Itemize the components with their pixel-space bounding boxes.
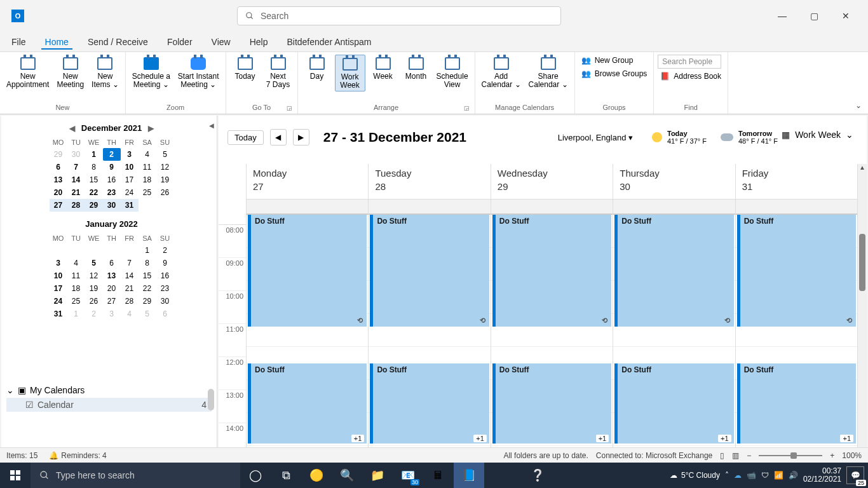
next-month-icon[interactable]: ▶ xyxy=(148,124,154,133)
mini-cal-day[interactable]: 2 xyxy=(156,244,174,257)
ribbon-next-days[interactable]: Next7 Days xyxy=(263,55,294,90)
mini-cal-day[interactable]: 1 xyxy=(85,148,103,161)
ribbon-collapse-chevron-icon[interactable]: ⌄ xyxy=(855,101,862,110)
weather-location[interactable]: Liverpool, England ▾ xyxy=(558,133,633,142)
ribbon-today[interactable]: Today xyxy=(230,55,261,82)
mini-cal-day[interactable]: 22 xyxy=(85,186,103,199)
mini-cal-day[interactable]: 29 xyxy=(50,148,67,161)
mini-cal-day[interactable]: 19 xyxy=(156,173,174,186)
dialog-launcher-icon[interactable]: ◲ xyxy=(287,105,292,111)
mini-cal-day[interactable]: 21 xyxy=(121,282,139,295)
ribbon-browse-groups[interactable]: 👥Browse Groups xyxy=(579,68,650,79)
mini-cal-day[interactable]: 4 xyxy=(139,148,156,161)
mini-cal-day[interactable]: 1 xyxy=(67,308,85,320)
mini-cal-day[interactable]: 29 xyxy=(85,199,103,212)
mini-cal-day[interactable]: 28 xyxy=(121,295,139,308)
calendar-event[interactable]: Do Stuff⟲ xyxy=(614,215,733,327)
mini-cal-day[interactable]: 12 xyxy=(85,269,103,282)
outlook-taskbar-icon[interactable]: 📘 xyxy=(454,463,484,488)
calendar-event[interactable]: Do Stuff+1 xyxy=(492,363,611,444)
mini-cal-day[interactable]: 5 xyxy=(85,257,103,269)
day-column[interactable]: Thursday30Do Stuff⟲Do Stuff+1 xyxy=(613,164,735,473)
ribbon-new-appointment[interactable]: NewAppointment xyxy=(4,55,51,90)
calendar-event[interactable]: Do Stuff⟲ xyxy=(737,215,856,327)
my-calendars-header[interactable]: ⌄ ▣ My Calendars xyxy=(6,383,212,398)
explorer-icon[interactable]: 📁 xyxy=(362,463,393,488)
mini-cal-day[interactable]: 17 xyxy=(50,282,67,295)
chrome-icon[interactable]: 🟡 xyxy=(301,463,332,488)
ribbon-work-week[interactable]: WorkWeek xyxy=(335,55,365,92)
menu-send-receive[interactable]: Send / Receive xyxy=(84,34,152,50)
more-events-badge[interactable]: +1 xyxy=(596,435,609,442)
zoom-in-icon[interactable]: + xyxy=(830,451,834,460)
calendar-event[interactable]: Do Stuff⟲ xyxy=(248,215,367,327)
ribbon-day[interactable]: Day xyxy=(302,55,332,82)
day-column[interactable]: Friday31Do Stuff⟲Do Stuff+1 xyxy=(736,164,858,473)
task-view-icon[interactable]: ⧉ xyxy=(271,463,301,488)
mini-cal-day[interactable]: 25 xyxy=(67,295,85,308)
help-icon[interactable]: ❔ xyxy=(522,463,553,488)
prev-week-button[interactable]: ◀ xyxy=(270,129,287,146)
menu-help[interactable]: Help xyxy=(246,34,272,50)
onedrive-icon[interactable]: ☁ xyxy=(734,471,742,480)
calendar-event[interactable]: Do Stuff+1 xyxy=(248,363,367,444)
cortana-icon[interactable]: ◯ xyxy=(240,463,271,488)
volume-icon[interactable]: 🔊 xyxy=(789,471,798,480)
ribbon-week[interactable]: Week xyxy=(368,55,398,82)
allday-row[interactable] xyxy=(369,200,490,215)
mini-cal-day[interactable]: 29 xyxy=(139,295,156,308)
menu-folder[interactable]: Folder xyxy=(163,34,196,50)
mini-cal-day[interactable]: 11 xyxy=(139,161,156,173)
menu-view[interactable]: View xyxy=(208,34,234,50)
ribbon-start-instant-meeting-[interactable]: Start InstantMeeting ⌄ xyxy=(175,55,222,90)
mini-cal-day[interactable]: 15 xyxy=(85,173,103,186)
mini-cal-day[interactable]: 23 xyxy=(103,186,121,199)
mail-taskbar-icon[interactable]: 📧30 xyxy=(393,463,423,488)
view-picker[interactable]: ▦ Work Week ⌄ xyxy=(777,127,858,142)
mini-cal-day[interactable]: 8 xyxy=(139,257,156,269)
mini-cal-day[interactable]: 13 xyxy=(103,269,121,282)
mini-cal-day[interactable]: 26 xyxy=(85,295,103,308)
mini-cal-day[interactable]: 3 xyxy=(50,257,67,269)
mini-cal-day[interactable]: 31 xyxy=(121,199,139,212)
allday-row[interactable] xyxy=(491,200,613,215)
bitdefender-tray-icon[interactable]: 🛡 xyxy=(761,471,769,480)
vertical-scrollbar[interactable]: ▲ ▼ xyxy=(858,164,867,473)
mini-cal-day[interactable]: 7 xyxy=(67,161,85,173)
day-column[interactable]: Tuesday28Do Stuff⟲Do Stuff+1 xyxy=(369,164,491,473)
minimize-button[interactable]: — xyxy=(776,11,789,21)
mini-cal-day[interactable]: 10 xyxy=(50,269,67,282)
taskbar-weather[interactable]: ☁ 5°C Cloudy xyxy=(670,471,720,480)
mini-cal-day[interactable]: 27 xyxy=(50,199,67,212)
mini-cal-day[interactable]: 31 xyxy=(50,308,67,320)
mini-cal-day[interactable]: 6 xyxy=(156,308,174,320)
mini-cal-day[interactable]: 12 xyxy=(156,161,174,173)
status-reminders[interactable]: 🔔 Reminders: 4 xyxy=(49,451,106,460)
mini-cal-day[interactable]: 30 xyxy=(103,199,121,212)
more-events-badge[interactable]: +1 xyxy=(351,435,365,442)
menu-home[interactable]: Home xyxy=(41,34,72,50)
mini-cal-day[interactable]: 13 xyxy=(50,173,67,186)
zoom-out-icon[interactable]: − xyxy=(747,451,751,460)
mini-cal-day[interactable]: 15 xyxy=(139,269,156,282)
mini-cal-day[interactable]: 17 xyxy=(121,173,139,186)
ribbon-new-group[interactable]: 👥New Group xyxy=(579,55,650,66)
menu-bitdefender-antispam[interactable]: Bitdefender Antispam xyxy=(283,34,375,50)
mini-cal-day[interactable] xyxy=(85,244,103,257)
global-search[interactable]: Search xyxy=(237,6,561,25)
calculator-icon[interactable]: 🖩 xyxy=(423,463,454,488)
mini-cal-day[interactable]: 20 xyxy=(50,186,67,199)
mini-cal-day[interactable]: 9 xyxy=(156,257,174,269)
mini-cal-day[interactable]: 11 xyxy=(67,269,85,282)
mini-cal-day[interactable]: 24 xyxy=(121,186,139,199)
mini-cal-day[interactable]: 5 xyxy=(156,148,174,161)
mini-cal-day[interactable]: 14 xyxy=(121,269,139,282)
tray-chevron-icon[interactable]: ˄ xyxy=(725,471,729,480)
dialog-launcher-icon[interactable]: ◲ xyxy=(464,105,470,111)
more-events-badge[interactable]: +1 xyxy=(840,435,853,442)
mini-cal-day[interactable] xyxy=(67,244,85,257)
mini-cal-day[interactable]: 6 xyxy=(50,161,67,173)
mini-cal-day[interactable]: 5 xyxy=(139,308,156,320)
view-reading-icon[interactable]: ▥ xyxy=(732,451,739,460)
mini-cal-day[interactable]: 3 xyxy=(103,308,121,320)
